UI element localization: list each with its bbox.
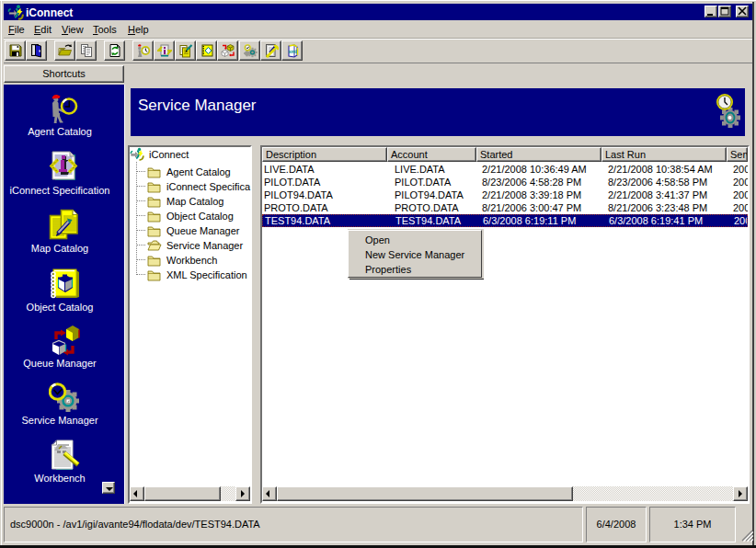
svg-text:xml: xml <box>288 49 297 54</box>
